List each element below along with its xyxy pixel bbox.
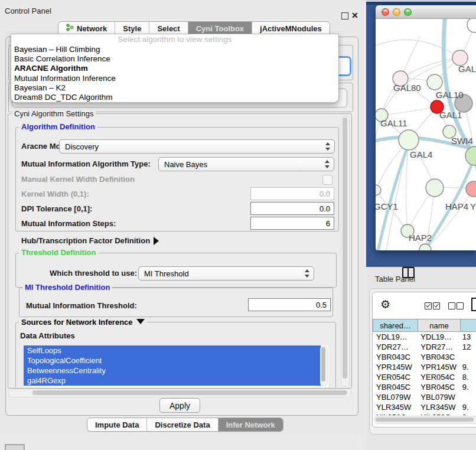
data-attributes-list[interactable]: SelfLoopsTopologicalCoefficientBetweenne… bbox=[24, 345, 328, 387]
dropdown-item-basic-correlation-inference[interactable]: Basic Correlation Inference bbox=[11, 54, 338, 64]
hub-section-label: Hub/Transcription Factor Definition bbox=[21, 236, 150, 245]
mi-steps-field[interactable]: 6 bbox=[250, 217, 334, 230]
table-cell: YPR145W bbox=[373, 362, 417, 372]
tab-impute-data[interactable]: Impute Data bbox=[87, 418, 147, 431]
settings-horizontal-scrollbar[interactable] bbox=[8, 389, 351, 397]
close-traffic-icon[interactable] bbox=[382, 8, 389, 16]
horizontal-scrollbar-thumb[interactable] bbox=[32, 390, 347, 395]
which-threshold-value: MI Threshold bbox=[144, 269, 189, 278]
network-canvas[interactable]: GALGAL80GAL10GAL1GAL11SWI4GAL4GCY1HAP4YH… bbox=[376, 19, 476, 250]
table-cell: YDR27… bbox=[373, 342, 417, 352]
tab-cyni-toolbox[interactable]: Cyni Toolbox bbox=[188, 22, 252, 35]
impute-data-label: Impute Data bbox=[95, 420, 139, 429]
tab-discretize-data[interactable]: Discretize Data bbox=[147, 418, 218, 431]
table-row[interactable]: YDR27…YDR27…12 bbox=[373, 342, 476, 352]
aracne-mode-select[interactable]: Discovery bbox=[59, 139, 335, 154]
table-cell: YBR045C bbox=[373, 382, 417, 392]
table-row[interactable]: YER054CYER054C8. bbox=[373, 372, 476, 382]
table-cell: YDR27… bbox=[417, 342, 458, 352]
dpi-tolerance-field[interactable]: 0.0 bbox=[250, 202, 334, 215]
list-item-gal4rgexp[interactable]: gal4RGexp bbox=[24, 376, 321, 386]
table-cell: YLR345W bbox=[417, 402, 458, 412]
network-view-window[interactable]: GALGAL80GAL10GAL1GAL11SWI4GAL4GCY1HAP4YH… bbox=[376, 5, 476, 250]
discretize-data-label: Discretize Data bbox=[155, 420, 210, 429]
graph-node[interactable] bbox=[427, 74, 442, 90]
dropdown-item-mutual-information-inference[interactable]: Mutual Information Inference bbox=[11, 74, 338, 83]
tab-infer-network[interactable]: Infer Network bbox=[219, 418, 283, 431]
dropdown-item-bayesian-k2[interactable]: Bayesian – K2 bbox=[11, 83, 338, 93]
select-all-icon[interactable] bbox=[433, 302, 440, 309]
table-row[interactable]: YIL052CYIL052C9. bbox=[373, 412, 476, 415]
panel-corner-icon[interactable] bbox=[5, 444, 25, 450]
table-cell: YIL052C bbox=[417, 412, 458, 415]
mi-type-label: Mutual Information Algorithm Type: bbox=[21, 159, 151, 168]
infer-network-label: Infer Network bbox=[226, 420, 275, 429]
network-window-titlebar[interactable] bbox=[376, 5, 476, 19]
node-label-gcy1: GCY1 bbox=[376, 201, 398, 211]
table-horizontal-scrollbar[interactable] bbox=[374, 416, 476, 424]
bottom-tab-strip: Impute DataDiscretize DataInfer Network bbox=[87, 418, 283, 432]
split-panel-icon[interactable] bbox=[402, 267, 415, 278]
table-row[interactable]: YPR145WYPR145W9. bbox=[373, 362, 476, 372]
zoom-traffic-icon[interactable] bbox=[404, 8, 412, 16]
column-header-name[interactable]: name bbox=[418, 319, 461, 332]
column-header-3[interactable] bbox=[461, 319, 476, 332]
table-cell: YDL19… bbox=[417, 332, 458, 342]
hub-section-toggle[interactable]: Hub/Transcription Factor Definition bbox=[21, 236, 159, 245]
tab-network[interactable]: Network bbox=[58, 22, 115, 35]
tab-style[interactable]: Style bbox=[115, 22, 149, 35]
minimize-traffic-icon[interactable] bbox=[393, 8, 400, 16]
which-threshold-select[interactable]: MI Threshold bbox=[138, 266, 314, 281]
close-icon[interactable]: ✕ bbox=[351, 11, 358, 20]
table-row[interactable]: YBR045CYBR045C9. bbox=[373, 382, 476, 392]
graph-node[interactable] bbox=[426, 179, 444, 197]
settings-vertical-scrollbar[interactable] bbox=[341, 116, 350, 386]
list-item-betweennesscentrality[interactable]: BetweennessCentrality bbox=[24, 366, 321, 376]
vertical-scrollbar-thumb[interactable] bbox=[343, 118, 347, 379]
graph-node[interactable] bbox=[467, 19, 476, 32]
algorithm-definition-title: Algorithm Definition bbox=[19, 123, 97, 131]
table-body[interactable]: YDL19…YDL19…13YDR27…YDR27…12YBR043CYBR04… bbox=[373, 332, 476, 415]
sources-section-toggle[interactable]: Sources for Network Inference bbox=[19, 318, 147, 327]
document-icon[interactable] bbox=[471, 298, 476, 311]
table-row[interactable]: YDL19…YDL19…13 bbox=[373, 332, 476, 342]
deselect-all-icon[interactable] bbox=[448, 302, 455, 309]
node-label-hap4: HAP4 bbox=[445, 201, 468, 211]
tab-jactivemnodules[interactable]: jActiveMNodules bbox=[252, 22, 330, 35]
mi-type-select[interactable]: Naive Bayes bbox=[158, 157, 334, 171]
list-scrollbar[interactable] bbox=[320, 346, 328, 386]
tab-select[interactable]: Select bbox=[149, 22, 188, 35]
deselect-all-icon[interactable] bbox=[457, 302, 464, 309]
table-cell: YPR145W bbox=[417, 362, 458, 372]
table-scrollbar-thumb[interactable] bbox=[376, 418, 474, 422]
panel-title: Control Panel bbox=[5, 6, 51, 15]
select-all-icon[interactable] bbox=[425, 302, 432, 309]
mi-threshold-field[interactable]: 0.5 bbox=[248, 298, 331, 311]
float-panel-icon[interactable] bbox=[341, 12, 348, 19]
graph-node[interactable] bbox=[399, 130, 419, 150]
graph-node[interactable] bbox=[466, 181, 476, 197]
dropdown-item-dream8-dc-tdc-algorithm[interactable]: Dream8 DC_TDC Algorithm bbox=[11, 93, 338, 102]
column-header-shared[interactable]: shared… bbox=[373, 319, 418, 332]
graph-edge[interactable] bbox=[376, 40, 460, 58]
graph-edge[interactable] bbox=[382, 107, 437, 115]
gear-icon[interactable]: ⚙ bbox=[380, 299, 390, 310]
network-label: Network bbox=[77, 24, 107, 33]
cyni-settings-title: Cyni Algorithm Settings bbox=[12, 110, 96, 118]
dropdown-item-bayesian-hill-climbing[interactable]: Bayesian – Hill Climbing bbox=[11, 45, 338, 54]
mi-threshold-title: MI Threshold Definition bbox=[22, 283, 112, 291]
dropdown-item-aracne-algorithm[interactable]: ARACNE Algorithm bbox=[11, 64, 338, 73]
table-row[interactable]: YBR043CYBR043C bbox=[373, 352, 476, 362]
list-item-topologicalcoefficient[interactable]: TopologicalCoefficient bbox=[24, 356, 321, 366]
select-label: Select bbox=[157, 24, 180, 33]
table-panel: Table Panel ⚙ shared…name YDL19…YDL19…13… bbox=[366, 267, 476, 450]
list-item-selfloops[interactable]: SelfLoops bbox=[24, 345, 321, 356]
table-row[interactable]: YLR345WYLR345W9. bbox=[373, 402, 476, 412]
panel-divider bbox=[361, 0, 366, 450]
apply-button[interactable]: Apply bbox=[159, 398, 200, 413]
table-row[interactable]: YBL079WYBL079W bbox=[373, 392, 476, 402]
manual-kernel-checkbox[interactable] bbox=[322, 175, 332, 185]
table-cell bbox=[459, 352, 476, 362]
list-scrollbar-thumb[interactable] bbox=[321, 347, 325, 381]
graph-node[interactable] bbox=[376, 185, 381, 195]
